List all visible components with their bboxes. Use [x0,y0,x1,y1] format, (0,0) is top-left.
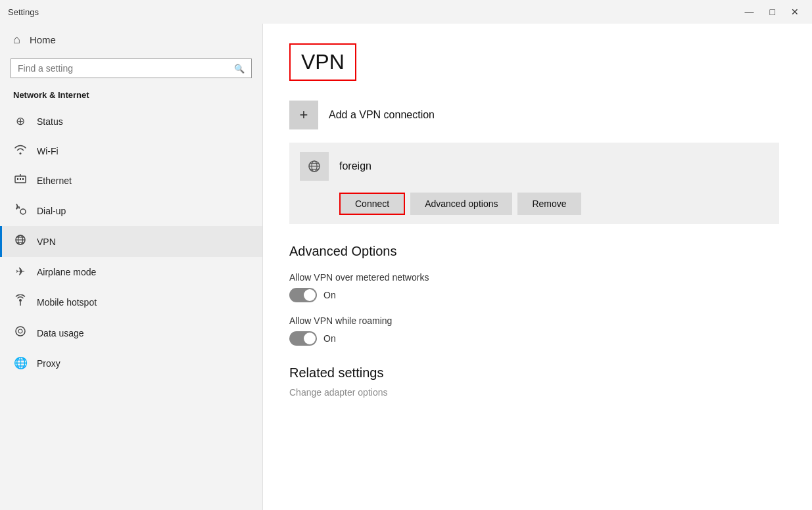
datausage-icon [13,325,28,340]
proxy-icon: 🌐 [13,356,28,370]
app-title: Settings [8,7,39,17]
main-content: VPN + Add a VPN connection foreign [263,24,812,510]
sidebar-item-vpn[interactable]: VPN [0,226,262,257]
remove-button[interactable]: Remove [517,193,581,215]
toggle-metered-control: On [289,288,779,302]
hotspot-icon [13,294,28,310]
add-vpn-row: + Add a VPN connection [289,101,779,129]
svg-point-13 [16,327,25,336]
advanced-options-section: Advanced Options Allow VPN over metered … [289,244,779,346]
toggle-roaming-label: Allow VPN while roaming [289,315,779,326]
toggle-metered-state: On [323,290,336,300]
search-box[interactable]: 🔍 [11,58,252,78]
sidebar-item-label: Airplane mode [37,267,96,277]
sidebar-item-dialup[interactable]: Dial-up [0,195,262,226]
sidebar-item-label: Wi-Fi [37,146,59,156]
toggle-metered-label: Allow VPN over metered networks [289,272,779,283]
sidebar-item-hotspot[interactable]: Mobile hotspot [0,287,262,317]
page-title: VPN [301,50,345,74]
sidebar-item-label: Ethernet [37,175,72,186]
sidebar-item-label: Data usage [37,328,84,338]
dialup-icon [13,203,28,218]
search-input[interactable] [18,63,234,74]
sidebar-item-proxy[interactable]: 🌐 Proxy [0,348,262,378]
change-adapter-link[interactable]: Change adapter options [289,387,779,398]
sidebar: ⌂ Home 🔍 Network & Internet ⊕ Status Wi-… [0,24,263,510]
vpn-icon [13,234,28,249]
minimize-button[interactable]: — [740,5,759,18]
search-icon: 🔍 [234,64,245,74]
toggle-roaming-control: On [289,331,779,346]
sidebar-item-airplane[interactable]: ✈ Airplane mode [0,257,262,287]
sidebar-item-label: Mobile hotspot [37,297,97,308]
svg-rect-3 [22,178,24,180]
home-icon: ⌂ [13,33,20,47]
svg-rect-1 [17,178,18,180]
advanced-options-heading: Advanced Options [289,244,779,259]
connect-button[interactable]: Connect [339,193,405,215]
vpn-entry-icon [300,152,329,181]
sidebar-item-label: Dial-up [37,206,66,216]
add-vpn-label[interactable]: Add a VPN connection [329,109,435,121]
app-body: ⌂ Home 🔍 Network & Internet ⊕ Status Wi-… [0,24,812,510]
advanced-options-button[interactable]: Advanced options [410,193,512,215]
sidebar-item-wifi[interactable]: Wi-Fi [0,136,262,166]
home-label: Home [30,34,56,45]
toggle-roaming[interactable] [289,331,317,346]
sidebar-item-label: Proxy [37,358,60,369]
vpn-entry: foreign Connect Advanced options Remove [289,143,779,224]
sidebar-item-datausage[interactable]: Data usage [0,317,262,348]
toggle-metered-row: Allow VPN over metered networks On [289,272,779,302]
vpn-entry-name: foreign [339,160,371,172]
sidebar-section-title: Network & Internet [0,86,262,106]
airplane-icon: ✈ [13,265,28,279]
vpn-actions: Connect Advanced options Remove [289,190,779,224]
status-icon: ⊕ [13,114,28,128]
add-vpn-button[interactable]: + [289,101,318,129]
related-settings-section: Related settings Change adapter options [289,365,779,398]
title-bar: Settings — □ ✕ [0,0,812,24]
maximize-button[interactable]: □ [765,5,780,18]
sidebar-item-ethernet[interactable]: Ethernet [0,166,262,195]
sidebar-item-status[interactable]: ⊕ Status [0,106,262,136]
wifi-icon [13,144,28,158]
svg-point-5 [20,209,26,214]
sidebar-item-home[interactable]: ⌂ Home [0,24,262,56]
related-settings-heading: Related settings [289,365,779,381]
toggle-metered[interactable] [289,288,317,302]
svg-rect-2 [20,178,21,180]
window-controls: — □ ✕ [740,5,804,18]
sidebar-item-label: Status [37,116,63,127]
toggle-roaming-state: On [323,333,336,344]
vpn-entry-header: foreign [289,143,779,190]
sidebar-item-label: VPN [37,237,56,247]
toggle-roaming-row: Allow VPN while roaming On [289,315,779,346]
svg-point-11 [19,299,22,302]
close-button[interactable]: ✕ [786,5,804,18]
svg-point-14 [18,329,22,333]
page-title-box: VPN [289,43,356,81]
ethernet-icon [13,174,28,187]
